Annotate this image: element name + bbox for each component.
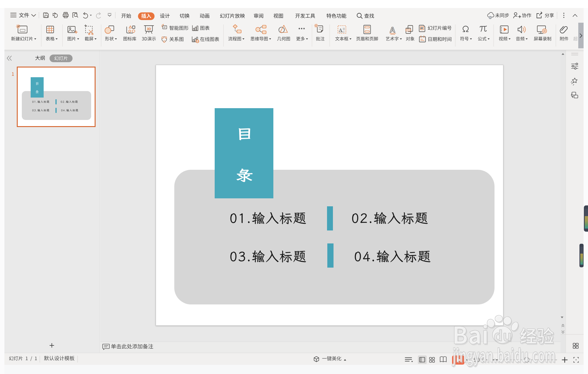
svg-text:A: A — [390, 25, 395, 34]
svg-text:3D: 3D — [147, 27, 151, 31]
